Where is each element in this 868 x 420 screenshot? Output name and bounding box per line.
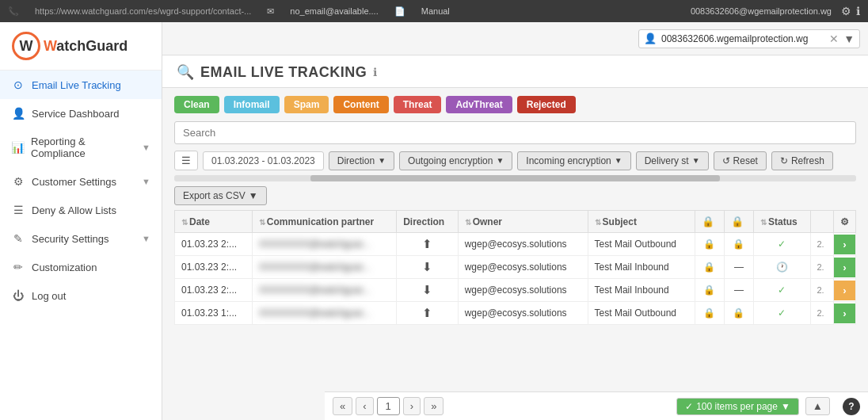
- cell-arrow[interactable]: ›: [834, 279, 856, 302]
- data-table: ⇅Date ⇅Communication partner Direction ⇅…: [174, 210, 856, 325]
- reset-button[interactable]: ↺ Reset: [714, 151, 767, 170]
- cell-status-num: 2.: [810, 233, 834, 256]
- cell-subject: Test Mail Inbound: [588, 279, 695, 302]
- col-subject[interactable]: ⇅Subject: [588, 211, 695, 233]
- data-table-wrapper: ⇅Date ⇅Communication partner Direction ⇅…: [174, 210, 856, 384]
- sidebar-item-security-settings[interactable]: ✎ Security Settings ▼: [0, 224, 162, 253]
- col-settings[interactable]: ⚙: [834, 211, 856, 233]
- top-bar: 📞 https://www.watchguard.com/es/wgrd-sup…: [0, 0, 868, 22]
- cell-partner: XXXXXXXX@watchguar...: [252, 233, 396, 256]
- badge-threat[interactable]: Threat: [394, 96, 442, 113]
- first-page-button[interactable]: «: [333, 397, 352, 415]
- page-info-icon[interactable]: ℹ: [373, 66, 377, 78]
- cell-partner: XXXXXXXX@watchguar...: [252, 279, 396, 302]
- nav-label-customer: Customer Settings: [32, 176, 116, 188]
- refresh-button[interactable]: ↻ Refresh: [771, 151, 833, 170]
- cell-direction: ⬆: [397, 302, 459, 325]
- chevron-down-icon-3: ▼: [142, 234, 150, 243]
- cell-owner: wgep@ecosys.solutions: [458, 279, 588, 302]
- col-owner[interactable]: ⇅Owner: [458, 211, 588, 233]
- page-buttons: « ‹ 1 › »: [333, 397, 444, 415]
- cell-direction: ⬇: [397, 256, 459, 279]
- account-name: 0083632606.wgemailprotection.wg: [661, 33, 824, 44]
- badge-advthreat[interactable]: AdvThreat: [446, 96, 512, 113]
- cell-arrow[interactable]: ›: [834, 233, 856, 256]
- current-page[interactable]: 1: [377, 397, 400, 415]
- sidebar-item-service-dashboard[interactable]: 👤 Service Dashboard: [0, 99, 162, 128]
- cell-owner: wgep@ecosys.solutions: [458, 302, 588, 325]
- incoming-enc-dropdown[interactable]: Incoming encryption ▼: [517, 151, 630, 170]
- nav-label-custom: Customization: [32, 262, 97, 273]
- row-detail-button[interactable]: ›: [834, 235, 855, 254]
- logo-icon: W: [12, 32, 40, 60]
- per-page-chevron-icon: ▼: [781, 401, 790, 412]
- cell-subject: Test Mail Outbound: [588, 233, 695, 256]
- logout-icon: ⏻: [11, 289, 25, 302]
- row-detail-button[interactable]: ›: [834, 258, 855, 277]
- search-input[interactable]: [174, 121, 856, 144]
- nav-label-email: Email Live Tracking: [32, 79, 121, 91]
- reset-icon: ↺: [722, 155, 730, 166]
- horizontal-scrollbar[interactable]: [174, 175, 856, 181]
- email-icon: ✉: [267, 6, 274, 17]
- sidebar-item-deny-allow[interactable]: ☰ Deny & Allow Lists: [0, 196, 162, 224]
- main-content: 👤 0083632606.wgemailprotection.wg ✕ ▼ 🔍 …: [162, 22, 868, 420]
- list-icon: ☰: [11, 204, 25, 216]
- shield-icon: ✎: [11, 232, 25, 245]
- account-selector[interactable]: 👤 0083632606.wgemailprotection.wg ✕ ▼: [638, 29, 860, 48]
- badge-clean[interactable]: Clean: [174, 96, 219, 113]
- help-button[interactable]: ?: [843, 398, 860, 415]
- cell-status: 🕐: [753, 256, 810, 279]
- badge-rejected[interactable]: Rejected: [517, 96, 576, 113]
- settings-icon[interactable]: ⚙: [841, 5, 851, 17]
- per-page-button[interactable]: ✓ 100 items per page ▼: [676, 398, 799, 415]
- badge-content[interactable]: Content: [333, 96, 388, 113]
- chart-icon: 📊: [11, 141, 25, 154]
- info-icon[interactable]: ℹ: [856, 5, 860, 17]
- next-page-button[interactable]: ›: [403, 397, 421, 415]
- phone-icon: 📞: [8, 6, 19, 17]
- cell-status: ✓: [753, 302, 810, 325]
- chevron-down-icon-2: ▼: [142, 177, 150, 186]
- col-direction[interactable]: Direction: [397, 211, 459, 233]
- cell-status-num: 2.: [810, 279, 834, 302]
- cell-lock1: 🔒: [695, 256, 724, 279]
- badge-spam[interactable]: Spam: [284, 96, 329, 113]
- cell-arrow[interactable]: ›: [834, 302, 856, 325]
- cell-lock1: 🔒: [695, 233, 724, 256]
- chevron-down-icon: ▼: [142, 143, 150, 152]
- content-area: Clean Infomail Spam Content Threat AdvTh…: [162, 88, 868, 420]
- col-partner[interactable]: ⇅Communication partner: [252, 211, 396, 233]
- support-link[interactable]: https://www.watchguard.com/es/wgrd-suppo…: [35, 6, 251, 16]
- date-range: 01.03.2023 - 01.03.2023: [203, 151, 324, 170]
- sidebar-item-customer-settings[interactable]: ⚙ Customer Settings ▼: [0, 167, 162, 196]
- col-date[interactable]: ⇅Date: [175, 211, 253, 233]
- user-icon: 👤: [644, 32, 657, 44]
- row-detail-button[interactable]: ›: [834, 281, 855, 300]
- sidebar-item-reporting[interactable]: 📊 Reporting & Compliance ▼: [0, 128, 162, 167]
- cell-arrow[interactable]: ›: [834, 256, 856, 279]
- sidebar-item-email-live-tracking[interactable]: ⊙ Email Live Tracking: [0, 71, 162, 99]
- outgoing-enc-dropdown[interactable]: Outgoing encryption ▼: [399, 151, 512, 170]
- clear-account-icon[interactable]: ✕: [829, 32, 839, 45]
- nav-label-reporting: Reporting & Compliance: [31, 136, 135, 159]
- users-icon: 👤: [11, 107, 25, 120]
- sidebar-item-customization[interactable]: ✏ Customization: [0, 253, 162, 281]
- search-bar: [174, 121, 856, 144]
- direction-dropdown[interactable]: Direction ▼: [329, 151, 394, 170]
- list-view-button[interactable]: ☰: [174, 151, 198, 170]
- delivery-dropdown[interactable]: Delivery st ▼: [636, 151, 709, 170]
- export-csv-button[interactable]: Export as CSV ▼: [174, 186, 267, 205]
- sidebar-item-logout[interactable]: ⏻ Log out: [0, 281, 162, 310]
- prev-page-button[interactable]: ‹: [356, 397, 373, 415]
- manual-link[interactable]: Manual: [421, 6, 450, 16]
- badge-infomail[interactable]: Infomail: [224, 96, 280, 113]
- email-icon: ⊙: [11, 78, 25, 91]
- col-status[interactable]: ⇅Status: [753, 211, 810, 233]
- last-page-button[interactable]: »: [424, 397, 444, 415]
- account-chevron-icon[interactable]: ▼: [843, 32, 855, 45]
- scroll-top-button[interactable]: ▲: [805, 397, 830, 415]
- col-lock1: 🔒: [695, 211, 724, 233]
- direction-chevron-icon: ▼: [378, 156, 386, 165]
- row-detail-button[interactable]: ›: [834, 304, 855, 323]
